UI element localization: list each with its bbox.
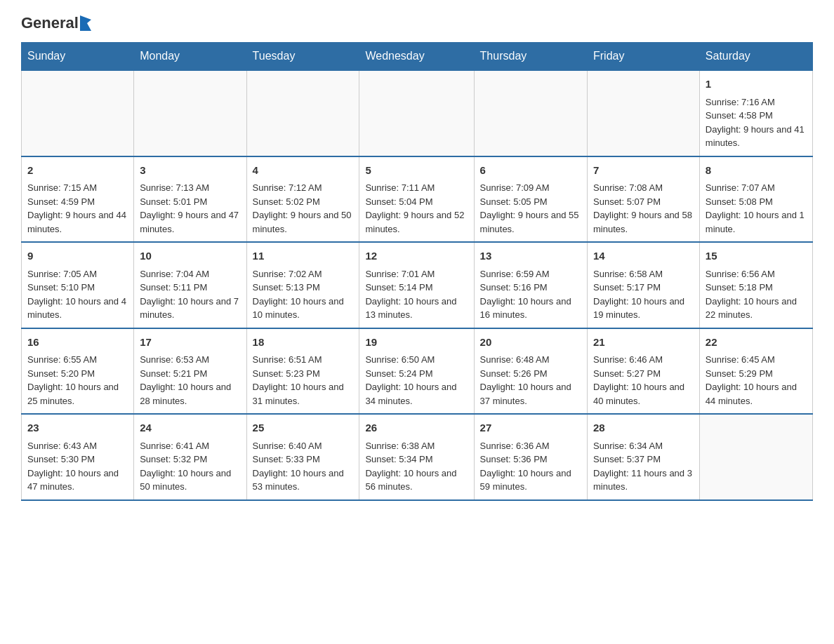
day-number: 27 xyxy=(480,420,581,436)
day-number: 16 xyxy=(27,335,128,351)
day-number: 11 xyxy=(253,248,354,264)
logo-flag-icon xyxy=(80,15,91,31)
sunset-text: Sunset: 5:21 PM xyxy=(140,368,207,379)
daylight-text: Daylight: 9 hours and 44 minutes. xyxy=(27,210,126,234)
sunset-text: Sunset: 5:27 PM xyxy=(593,368,661,379)
day-number: 12 xyxy=(365,248,468,264)
sunset-text: Sunset: 5:30 PM xyxy=(27,454,95,464)
sunset-text: Sunset: 5:08 PM xyxy=(706,196,773,207)
calendar-day-cell: 21Sunrise: 6:46 AMSunset: 5:27 PMDayligh… xyxy=(588,328,700,415)
sunrise-text: Sunrise: 6:58 AM xyxy=(593,269,663,279)
logo: General xyxy=(21,14,91,31)
day-number: 5 xyxy=(365,163,468,179)
daylight-text: Daylight: 10 hours and 44 minutes. xyxy=(706,382,797,406)
day-number: 7 xyxy=(593,163,694,179)
sunrise-text: Sunrise: 7:12 AM xyxy=(253,182,322,193)
sunrise-text: Sunrise: 6:46 AM xyxy=(593,354,663,365)
daylight-text: Daylight: 10 hours and 22 minutes. xyxy=(706,296,797,321)
sunset-text: Sunset: 5:26 PM xyxy=(480,368,548,379)
calendar-day-cell: 27Sunrise: 6:36 AMSunset: 5:36 PMDayligh… xyxy=(474,414,587,500)
calendar-day-cell: 15Sunrise: 6:56 AMSunset: 5:18 PMDayligh… xyxy=(699,242,812,328)
daylight-text: Daylight: 10 hours and 16 minutes. xyxy=(480,296,571,321)
daylight-text: Daylight: 10 hours and 40 minutes. xyxy=(593,382,684,406)
day-number: 2 xyxy=(27,163,128,179)
sunset-text: Sunset: 5:02 PM xyxy=(253,196,320,207)
daylight-text: Daylight: 9 hours and 52 minutes. xyxy=(365,210,464,234)
day-number: 28 xyxy=(593,420,694,436)
day-number: 22 xyxy=(706,335,807,351)
day-number: 20 xyxy=(480,335,581,351)
day-number: 24 xyxy=(140,420,240,436)
calendar-day-cell: 23Sunrise: 6:43 AMSunset: 5:30 PMDayligh… xyxy=(22,414,134,500)
sunset-text: Sunset: 5:29 PM xyxy=(706,368,773,379)
sunset-text: Sunset: 5:32 PM xyxy=(140,454,207,464)
day-of-week-header: Monday xyxy=(134,43,246,71)
calendar-day-cell: 4Sunrise: 7:12 AMSunset: 5:02 PMDaylight… xyxy=(246,156,359,243)
day-of-week-header: Tuesday xyxy=(246,43,359,71)
daylight-text: Daylight: 10 hours and 13 minutes. xyxy=(365,296,456,321)
day-number: 19 xyxy=(365,335,468,351)
sunrise-text: Sunrise: 7:13 AM xyxy=(140,182,209,193)
calendar-table: SundayMondayTuesdayWednesdayThursdayFrid… xyxy=(21,42,813,501)
daylight-text: Daylight: 10 hours and 4 minutes. xyxy=(27,296,126,321)
daylight-text: Daylight: 10 hours and 28 minutes. xyxy=(140,382,231,406)
day-number: 9 xyxy=(27,248,128,264)
svg-marker-0 xyxy=(80,15,91,31)
daylight-text: Daylight: 9 hours and 55 minutes. xyxy=(480,210,579,234)
sunset-text: Sunset: 5:36 PM xyxy=(480,454,548,464)
daylight-text: Daylight: 10 hours and 47 minutes. xyxy=(27,468,119,492)
day-of-week-header: Sunday xyxy=(22,43,134,71)
sunset-text: Sunset: 5:18 PM xyxy=(706,282,773,293)
sunrise-text: Sunrise: 7:01 AM xyxy=(365,269,435,279)
sunrise-text: Sunrise: 7:05 AM xyxy=(27,269,97,279)
daylight-text: Daylight: 10 hours and 1 minute. xyxy=(706,210,805,234)
daylight-text: Daylight: 10 hours and 7 minutes. xyxy=(140,296,239,321)
daylight-text: Daylight: 9 hours and 50 minutes. xyxy=(253,210,352,234)
calendar-day-cell: 16Sunrise: 6:55 AMSunset: 5:20 PMDayligh… xyxy=(22,328,134,415)
sunrise-text: Sunrise: 7:16 AM xyxy=(706,97,775,107)
calendar-day-cell: 26Sunrise: 6:38 AMSunset: 5:34 PMDayligh… xyxy=(359,414,474,500)
sunrise-text: Sunrise: 6:51 AM xyxy=(253,354,322,365)
logo-general-text: General xyxy=(21,14,79,32)
sunrise-text: Sunrise: 7:02 AM xyxy=(253,269,322,279)
calendar-day-cell: 8Sunrise: 7:07 AMSunset: 5:08 PMDaylight… xyxy=(699,156,812,243)
sunset-text: Sunset: 5:04 PM xyxy=(365,196,432,207)
sunset-text: Sunset: 4:58 PM xyxy=(706,110,773,121)
sunrise-text: Sunrise: 7:04 AM xyxy=(140,269,209,279)
sunset-text: Sunset: 5:17 PM xyxy=(593,282,661,293)
page-header: General xyxy=(21,14,813,31)
calendar-day-cell: 2Sunrise: 7:15 AMSunset: 4:59 PMDaylight… xyxy=(22,156,134,243)
sunset-text: Sunset: 5:16 PM xyxy=(480,282,548,293)
sunset-text: Sunset: 5:01 PM xyxy=(140,196,207,207)
sunset-text: Sunset: 5:07 PM xyxy=(593,196,661,207)
calendar-day-cell xyxy=(474,70,587,156)
day-number: 26 xyxy=(365,420,468,436)
sunset-text: Sunset: 5:24 PM xyxy=(365,368,432,379)
sunrise-text: Sunrise: 6:48 AM xyxy=(480,354,550,365)
sunrise-text: Sunrise: 6:41 AM xyxy=(140,441,209,451)
day-number: 23 xyxy=(27,420,128,436)
calendar-week-row: 23Sunrise: 6:43 AMSunset: 5:30 PMDayligh… xyxy=(22,414,813,500)
day-number: 25 xyxy=(253,420,354,436)
calendar-day-cell: 20Sunrise: 6:48 AMSunset: 5:26 PMDayligh… xyxy=(474,328,587,415)
calendar-day-cell: 6Sunrise: 7:09 AMSunset: 5:05 PMDaylight… xyxy=(474,156,587,243)
calendar-day-cell: 13Sunrise: 6:59 AMSunset: 5:16 PMDayligh… xyxy=(474,242,587,328)
calendar-header-row: SundayMondayTuesdayWednesdayThursdayFrid… xyxy=(22,43,813,71)
calendar-week-row: 16Sunrise: 6:55 AMSunset: 5:20 PMDayligh… xyxy=(22,328,813,415)
daylight-text: Daylight: 10 hours and 56 minutes. xyxy=(365,468,456,492)
calendar-day-cell xyxy=(22,70,134,156)
sunrise-text: Sunrise: 7:09 AM xyxy=(480,182,550,193)
sunrise-text: Sunrise: 6:55 AM xyxy=(27,354,97,365)
calendar-day-cell xyxy=(588,70,700,156)
calendar-day-cell: 10Sunrise: 7:04 AMSunset: 5:11 PMDayligh… xyxy=(134,242,246,328)
day-of-week-header: Saturday xyxy=(699,43,812,71)
day-number: 15 xyxy=(706,248,807,264)
calendar-day-cell xyxy=(134,70,246,156)
calendar-day-cell: 11Sunrise: 7:02 AMSunset: 5:13 PMDayligh… xyxy=(246,242,359,328)
daylight-text: Daylight: 10 hours and 25 minutes. xyxy=(27,382,119,406)
sunset-text: Sunset: 5:20 PM xyxy=(27,368,95,379)
day-of-week-header: Friday xyxy=(588,43,700,71)
daylight-text: Daylight: 10 hours and 34 minutes. xyxy=(365,382,456,406)
sunrise-text: Sunrise: 6:43 AM xyxy=(27,441,97,451)
sunrise-text: Sunrise: 7:15 AM xyxy=(27,182,97,193)
